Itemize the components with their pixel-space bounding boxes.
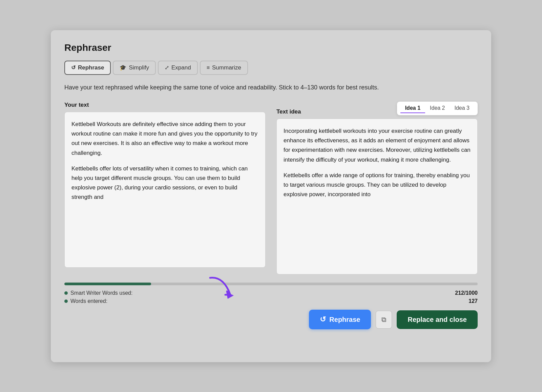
idea-tab-2[interactable]: Idea 2 bbox=[425, 104, 450, 113]
your-text-column: Your text Kettlebell Workouts are defini… bbox=[64, 102, 266, 274]
text-idea-content: Incorporating kettlebell workouts into y… bbox=[284, 126, 471, 199]
tab-simplify-label: Simplify bbox=[129, 64, 149, 71]
simplify-icon: 🎓 bbox=[120, 64, 126, 71]
words-used-current: 212 bbox=[455, 290, 464, 296]
replace-close-label: Replace and close bbox=[408, 316, 467, 323]
rephraser-panel: Rephraser ↺ Rephrase 🎓 Simplify ⤢ Expand… bbox=[51, 30, 491, 362]
words-used-label: Smart Writer Words used: bbox=[70, 290, 132, 296]
rephrase-btn-label: Rephrase bbox=[329, 316, 360, 324]
tab-rephrase[interactable]: ↺ Rephrase bbox=[64, 61, 111, 75]
text-idea-box[interactable]: Incorporating kettlebell workouts into y… bbox=[276, 119, 478, 274]
tab-simplify[interactable]: 🎓 Simplify bbox=[113, 61, 156, 75]
words-used-max: 1000 bbox=[465, 290, 478, 296]
text-idea-column: Text idea Idea 1 Idea 2 Idea 3 Incorpora… bbox=[276, 102, 478, 274]
words-entered-dot bbox=[64, 300, 68, 303]
text-idea-p1: Incorporating kettlebell workouts into y… bbox=[284, 126, 471, 164]
tab-summarize-label: Summarize bbox=[212, 64, 241, 71]
words-used-value: 212/1000 bbox=[455, 290, 478, 296]
your-text-p1: Kettlebell Workouts are definitely effec… bbox=[71, 120, 258, 158]
your-text-p2: Kettlebells offer lots of versatility wh… bbox=[71, 164, 258, 202]
text-idea-label: Text idea bbox=[276, 108, 301, 115]
your-text-content: Kettlebell Workouts are definitely effec… bbox=[71, 120, 258, 202]
text-idea-p2: Kettlebells offer a wide range of option… bbox=[284, 171, 471, 199]
rephrase-button[interactable]: ↺ Rephrase bbox=[309, 310, 371, 329]
your-text-header: Your text bbox=[64, 102, 266, 108]
tab-expand[interactable]: ⤢ Expand bbox=[158, 61, 198, 75]
bottom-actions: ↺ Rephrase ⧉ Replace and close bbox=[64, 310, 478, 329]
tab-rephrase-label: Rephrase bbox=[78, 64, 104, 71]
text-idea-header: Text idea Idea 1 Idea 2 Idea 3 bbox=[276, 102, 478, 115]
expand-icon: ⤢ bbox=[165, 64, 169, 71]
stats-row: Smart Writer Words used: 212/1000 Words … bbox=[64, 290, 478, 304]
rephrase-btn-icon: ↺ bbox=[320, 315, 326, 324]
bottom-section: ↺ Rephrase ⧉ Replace and close bbox=[64, 310, 478, 329]
columns-row: Your text Kettlebell Workouts are defini… bbox=[64, 102, 478, 274]
words-entered-label: Words entered: bbox=[70, 298, 107, 304]
replace-close-button[interactable]: Replace and close bbox=[397, 310, 478, 329]
tabs-row: ↺ Rephrase 🎓 Simplify ⤢ Expand ≡ Summari… bbox=[64, 61, 478, 75]
words-used-dot bbox=[64, 291, 68, 295]
idea-tabs: Idea 1 Idea 2 Idea 3 bbox=[397, 102, 478, 115]
idea-tab-3[interactable]: Idea 3 bbox=[450, 104, 474, 113]
tab-summarize[interactable]: ≡ Summarize bbox=[200, 61, 248, 75]
words-entered-stat: Words entered: 127 bbox=[64, 298, 478, 304]
words-entered-value: 127 bbox=[468, 298, 478, 304]
progress-bar-container bbox=[64, 283, 478, 285]
copy-button[interactable]: ⧉ bbox=[376, 311, 392, 329]
rephrase-icon: ↺ bbox=[71, 64, 76, 71]
idea-tab-1[interactable]: Idea 1 bbox=[400, 104, 425, 113]
description-text: Have your text rephrased while keeping t… bbox=[64, 83, 396, 92]
copy-icon: ⧉ bbox=[381, 316, 386, 323]
summarize-icon: ≡ bbox=[207, 65, 210, 71]
progress-section: Smart Writer Words used: 212/1000 Words … bbox=[64, 283, 478, 304]
tab-expand-label: Expand bbox=[171, 64, 191, 71]
words-used-stat: Smart Writer Words used: 212/1000 bbox=[64, 290, 478, 296]
progress-bar-fill bbox=[64, 283, 151, 285]
your-text-box[interactable]: Kettlebell Workouts are definitely effec… bbox=[64, 112, 266, 268]
panel-title: Rephraser bbox=[64, 42, 478, 53]
your-text-label: Your text bbox=[64, 102, 89, 108]
